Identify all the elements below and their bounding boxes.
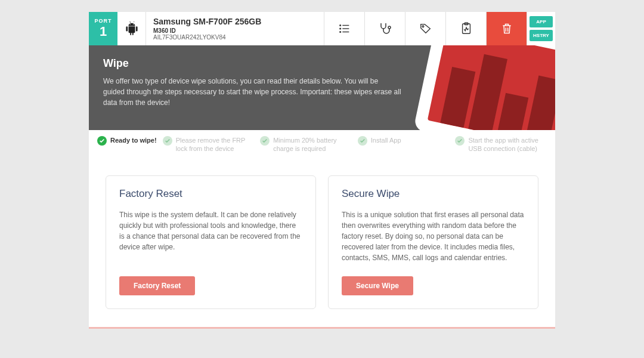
platform-icon [117, 12, 146, 45]
stethoscope-icon [378, 21, 392, 36]
report-button[interactable] [445, 12, 486, 45]
step-usb-text: Start the app with active USB connection… [468, 136, 547, 153]
svg-point-6 [388, 26, 391, 29]
history-button[interactable]: HSTRY [530, 30, 553, 41]
svg-point-4 [339, 32, 340, 33]
check-icon [163, 136, 172, 146]
factory-reset-button[interactable]: Factory Reset [119, 276, 195, 295]
android-icon [125, 21, 138, 36]
port-indicator: PORT 1 [89, 12, 117, 45]
check-icon [455, 136, 465, 146]
step-usb: Start the app with active USB connection… [455, 136, 547, 153]
clipboard-icon [460, 21, 473, 36]
step-install-text: Install App [371, 136, 401, 144]
hero-banner: Wipe We offer two type of device wipe so… [89, 45, 555, 130]
port-label: PORT [89, 18, 117, 24]
factory-reset-body: This wipe is the system default. It can … [119, 209, 302, 263]
header-bar: PORT 1 Samsung SM-F700F 256GB M360 ID AI… [89, 12, 555, 45]
check-icon [358, 136, 367, 146]
side-buttons: APP HSTRY [527, 12, 555, 45]
secure-wipe-card: Secure Wipe This is a unique solution th… [328, 175, 538, 309]
svg-point-0 [339, 25, 340, 26]
factory-reset-title: Factory Reset [119, 188, 302, 200]
tag-icon [419, 22, 432, 35]
step-battery: Minimum 20% battery charge is required [260, 136, 352, 153]
step-install: Install App [358, 136, 450, 146]
step-ready: Ready to wipe! [97, 136, 157, 146]
device-id-label: M360 ID [153, 27, 317, 34]
app-button[interactable]: APP [530, 16, 553, 27]
hero-body: We offer two type of device wipe solutio… [103, 76, 401, 108]
step-battery-text: Minimum 20% battery charge is required [273, 136, 352, 153]
list-button[interactable] [324, 12, 364, 45]
footer-accent [89, 327, 555, 329]
secure-wipe-title: Secure Wipe [342, 188, 525, 200]
device-id-value: AIL7F3OUAR242LYOKV84 [153, 34, 317, 41]
wipe-options: Factory Reset This wipe is the system de… [89, 160, 555, 327]
svg-point-2 [339, 28, 340, 29]
secure-wipe-button[interactable]: Secure Wipe [342, 276, 413, 295]
step-frp: Please remove the FRP lock from the devi… [163, 136, 255, 153]
hero-illustration [413, 45, 555, 130]
device-name: Samsung SM-F700F 256GB [153, 17, 317, 26]
port-number: 1 [89, 24, 117, 39]
tag-button[interactable] [405, 12, 445, 45]
factory-reset-card: Factory Reset This wipe is the system de… [106, 175, 316, 309]
list-icon [338, 22, 351, 35]
secure-wipe-body: This is a unique solution that first era… [342, 209, 525, 263]
diagnostics-button[interactable] [364, 12, 405, 45]
trash-icon [501, 22, 513, 35]
wipe-button[interactable] [486, 12, 527, 45]
check-icon [97, 136, 107, 146]
step-ready-text: Ready to wipe! [110, 136, 157, 144]
status-steps: Ready to wipe! Please remove the FRP loc… [89, 130, 555, 160]
step-frp-text: Please remove the FRP lock from the devi… [176, 136, 255, 153]
check-icon [260, 136, 270, 146]
svg-point-7 [422, 26, 424, 27]
app-container: PORT 1 Samsung SM-F700F 256GB M360 ID AI… [89, 12, 555, 329]
device-info: Samsung SM-F700F 256GB M360 ID AIL7F3OUA… [146, 12, 324, 45]
